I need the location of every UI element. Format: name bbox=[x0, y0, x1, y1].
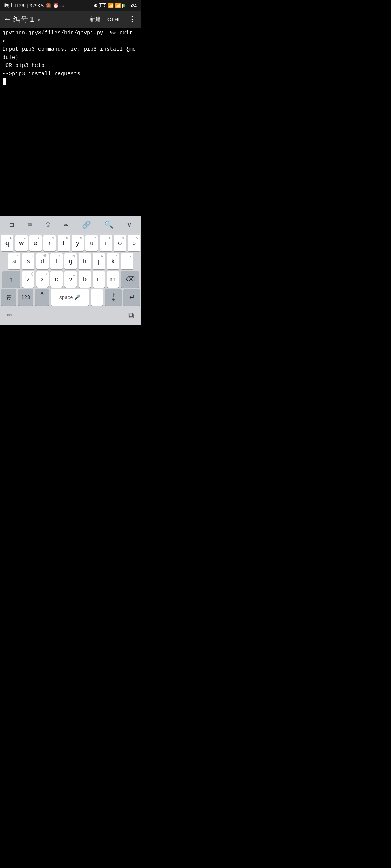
network-speed-value: 329K/s bbox=[30, 3, 44, 8]
ctrl-button[interactable]: CTRL bbox=[107, 16, 122, 22]
keyboard-row-1: 1q 2w 3e 4r 5t 6y 7u 8i 9o 0p bbox=[0, 233, 141, 251]
terminal-output[interactable]: qpython.qpy3/files/bin/qpypi.py && exit … bbox=[0, 28, 141, 216]
keyboard-row-3: ↑ (z )x -c _v :b ;n /m ⌫ bbox=[0, 269, 141, 288]
back-button[interactable]: ← bbox=[5, 15, 10, 24]
keyboard-icon[interactable]: ⌨ bbox=[26, 220, 34, 230]
key-o[interactable]: 9o bbox=[114, 235, 126, 251]
page-title: 编号 1 ▼ bbox=[13, 14, 86, 24]
keyboard-area: ⊞ ⌨ ☺ ⇼ 🔗 🔍 ∨ 1q 2w 3e 4r 5t 6y 7u 8i 9o… bbox=[0, 216, 141, 326]
battery-percent: 24 bbox=[132, 3, 137, 8]
grid-icon[interactable]: ⊞ bbox=[8, 220, 16, 230]
key-h[interactable]: 'h bbox=[79, 253, 91, 269]
key-c[interactable]: -c bbox=[50, 271, 63, 288]
key-y[interactable]: 6y bbox=[72, 235, 84, 251]
key-s[interactable]: !s bbox=[22, 253, 34, 269]
collapse-icon[interactable]: ∨ bbox=[125, 220, 134, 230]
time-display: 晚上11:00 bbox=[4, 2, 26, 9]
key-t[interactable]: 5t bbox=[58, 235, 70, 251]
more-icon: ··· bbox=[60, 3, 64, 8]
nav-bar: ← 编号 1 ▼ 新建 CTRL ⋮ bbox=[0, 11, 141, 28]
terminal-line-3: OR pip3 help bbox=[2, 63, 45, 69]
lang-key[interactable]: A, bbox=[35, 289, 49, 306]
alarm-icon: ⏰ bbox=[53, 3, 59, 8]
network-speed: | bbox=[27, 3, 28, 8]
dropdown-arrow-icon: ▼ bbox=[37, 18, 41, 23]
key-i[interactable]: 8i bbox=[100, 235, 112, 251]
hd-badge: HD bbox=[99, 3, 106, 8]
new-button[interactable]: 新建 bbox=[90, 16, 101, 23]
search-icon[interactable]: 🔍 bbox=[102, 220, 115, 230]
terminal-line-2: Input pip3 commands, ie: pip3 install {m… bbox=[2, 46, 136, 61]
enter-key[interactable]: ↵ bbox=[123, 289, 140, 306]
keyboard-layout-icon[interactable]: ⌨ bbox=[7, 311, 12, 320]
terminal-line-4: -->pip3 install requests bbox=[2, 71, 80, 77]
key-k[interactable]: *k bbox=[107, 253, 119, 269]
cursor-move-icon[interactable]: ⇼ bbox=[62, 220, 70, 230]
key-x[interactable]: )x bbox=[36, 271, 49, 288]
backspace-key[interactable]: ⌫ bbox=[121, 271, 139, 288]
key-z[interactable]: (z bbox=[22, 271, 34, 288]
key-u[interactable]: 7u bbox=[85, 235, 98, 251]
key-m[interactable]: /m bbox=[107, 271, 119, 288]
sym-key[interactable]: 符 bbox=[1, 289, 16, 306]
status-left: 晚上11:00 | 329K/s 🔕 ⏰ ··· bbox=[4, 2, 64, 9]
more-menu-button[interactable]: ⋮ bbox=[128, 14, 136, 24]
key-q[interactable]: 1q bbox=[1, 235, 13, 251]
num-key[interactable]: 123 bbox=[18, 289, 33, 306]
key-d[interactable]: @d bbox=[36, 253, 49, 269]
status-right: ✱ HD 📶 📶 24 bbox=[93, 3, 137, 8]
key-f[interactable]: #f bbox=[50, 253, 63, 269]
space-key[interactable]: space 🎤 bbox=[51, 289, 89, 306]
battery-icon bbox=[122, 4, 130, 8]
key-g[interactable]: %g bbox=[64, 253, 77, 269]
status-bar: 晚上11:00 | 329K/s 🔕 ⏰ ··· ✱ HD 📶 📶 24 bbox=[0, 0, 141, 11]
terminal-cursor bbox=[3, 78, 6, 85]
period-key[interactable]: . bbox=[91, 289, 103, 306]
mute-icon: 🔕 bbox=[46, 3, 51, 8]
shift-key[interactable]: ↑ bbox=[2, 271, 20, 288]
system-bar: ⌨ ⧉ bbox=[0, 307, 141, 323]
keyboard-row-2: ~a !s @d #f %g 'h &j *k ?l bbox=[0, 251, 141, 269]
bluetooth-icon: ✱ bbox=[93, 3, 97, 8]
key-l[interactable]: ?l bbox=[121, 253, 133, 269]
key-a[interactable]: ~a bbox=[8, 253, 20, 269]
key-b[interactable]: :b bbox=[79, 271, 91, 288]
key-j[interactable]: &j bbox=[93, 253, 105, 269]
terminal-line-1: qpython.qpy3/files/bin/qpypi.py && exit … bbox=[2, 30, 141, 44]
keyboard-row-4: 符 123 A, space 🎤 . 中英 ↵ bbox=[0, 288, 141, 307]
clipboard-icon[interactable]: 🔗 bbox=[80, 220, 93, 230]
battery-container bbox=[122, 3, 130, 8]
key-r[interactable]: 4r bbox=[43, 235, 56, 251]
key-e[interactable]: 3e bbox=[29, 235, 42, 251]
battery-fill bbox=[123, 4, 125, 7]
nav-actions: 新建 CTRL ⋮ bbox=[90, 14, 136, 24]
clipboard2-icon[interactable]: ⧉ bbox=[128, 311, 134, 320]
key-p[interactable]: 0p bbox=[128, 235, 140, 251]
wifi-icon: 📶 bbox=[115, 3, 121, 8]
key-v[interactable]: _v bbox=[64, 271, 77, 288]
title-text: 编号 1 bbox=[13, 15, 34, 23]
key-n[interactable]: ;n bbox=[93, 271, 105, 288]
signal-icon: 📶 bbox=[108, 3, 114, 8]
emoji-icon[interactable]: ☺ bbox=[43, 220, 52, 230]
cn-en-key[interactable]: 中英 bbox=[105, 289, 122, 306]
key-w[interactable]: 2w bbox=[15, 235, 28, 251]
keyboard-toolbar: ⊞ ⌨ ☺ ⇼ 🔗 🔍 ∨ bbox=[0, 216, 141, 233]
